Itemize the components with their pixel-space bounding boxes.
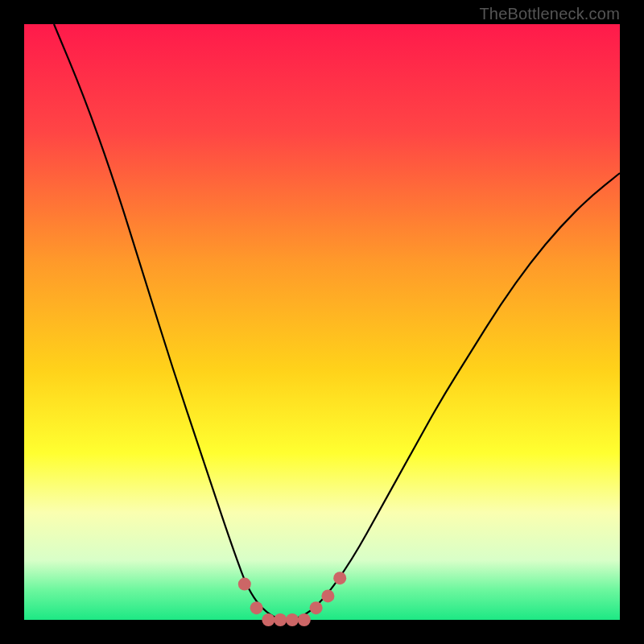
marker-dot xyxy=(262,613,275,626)
marker-dot xyxy=(321,589,334,602)
marker-dot xyxy=(274,613,287,626)
chart-svg xyxy=(24,24,620,620)
bottleneck-curve xyxy=(54,24,620,620)
marker-dot xyxy=(310,601,323,614)
marker-dot xyxy=(238,578,251,591)
marker-dot xyxy=(298,613,311,626)
marker-dot xyxy=(333,572,346,584)
plot-area xyxy=(24,24,620,620)
marker-dot xyxy=(286,613,299,626)
marker-dot xyxy=(250,601,263,614)
watermark-text: TheBottleneck.com xyxy=(479,5,620,23)
frame: TheBottleneck.com xyxy=(0,0,644,644)
